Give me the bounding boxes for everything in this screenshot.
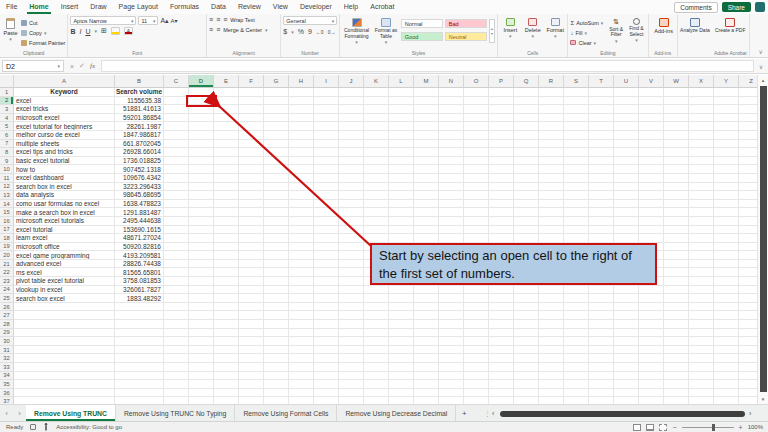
- cell-L5[interactable]: [389, 122, 414, 131]
- cell-C20[interactable]: [164, 251, 189, 260]
- cell-H21[interactable]: [289, 260, 314, 269]
- cell-X29[interactable]: [689, 329, 714, 338]
- formula-input[interactable]: [101, 60, 754, 72]
- cell-R34[interactable]: [539, 372, 564, 381]
- cell-Z24[interactable]: [739, 286, 757, 295]
- cell-B34[interactable]: [115, 372, 164, 381]
- cell-Z9[interactable]: [739, 157, 757, 166]
- cell-W19[interactable]: [664, 243, 689, 252]
- cell-N31[interactable]: [439, 346, 464, 355]
- column-header-L[interactable]: L: [389, 75, 414, 88]
- cell-N16[interactable]: [439, 217, 464, 226]
- cell-E22[interactable]: [214, 268, 239, 277]
- cell-F9[interactable]: [239, 157, 264, 166]
- cell-S30[interactable]: [564, 337, 589, 346]
- cell-C15[interactable]: [164, 208, 189, 217]
- cell-V34[interactable]: [639, 372, 664, 381]
- cell-U35[interactable]: [614, 380, 639, 389]
- cell-H13[interactable]: [289, 191, 314, 200]
- cell-T10[interactable]: [589, 165, 614, 174]
- cell-D24[interactable]: [189, 286, 214, 295]
- cell-H12[interactable]: [289, 183, 314, 192]
- cell-F14[interactable]: [239, 200, 264, 209]
- cell-A29[interactable]: [14, 329, 115, 338]
- tab-data[interactable]: Data: [205, 0, 232, 14]
- cell-I16[interactable]: [314, 217, 339, 226]
- cell-G15[interactable]: [264, 208, 289, 217]
- cell-P26[interactable]: [489, 303, 514, 312]
- cell-I11[interactable]: [314, 174, 339, 183]
- cell-D12[interactable]: [189, 183, 214, 192]
- cell-T33[interactable]: [589, 363, 614, 372]
- cell-P8[interactable]: [489, 148, 514, 157]
- cell-O17[interactable]: [464, 226, 489, 235]
- cell-Y22[interactable]: [714, 268, 739, 277]
- cell-B18[interactable]: 48671.27024: [115, 234, 164, 243]
- cell-P5[interactable]: [489, 122, 514, 131]
- cell-O25[interactable]: [464, 294, 489, 303]
- cell-T11[interactable]: [589, 174, 614, 183]
- cell-N10[interactable]: [439, 165, 464, 174]
- cell-O6[interactable]: [464, 131, 489, 140]
- cell-M6[interactable]: [414, 131, 439, 140]
- addins-button[interactable]: Add-ins: [651, 16, 677, 34]
- cell-R4[interactable]: [539, 114, 564, 123]
- cell-Q32[interactable]: [514, 354, 539, 363]
- cell-A20[interactable]: excel game programming: [14, 251, 115, 260]
- cell-C5[interactable]: [164, 122, 189, 131]
- cell-C4[interactable]: [164, 114, 189, 123]
- cell-T15[interactable]: [589, 208, 614, 217]
- cell-U26[interactable]: [614, 303, 639, 312]
- cell-P4[interactable]: [489, 114, 514, 123]
- cell-A28[interactable]: [14, 320, 115, 329]
- cell-L27[interactable]: [389, 311, 414, 320]
- underline-button[interactable]: U: [85, 28, 90, 35]
- cell-H23[interactable]: [289, 277, 314, 286]
- cell-O32[interactable]: [464, 354, 489, 363]
- cell-C18[interactable]: [164, 234, 189, 243]
- cell-E26[interactable]: [214, 303, 239, 312]
- cell-W23[interactable]: [664, 277, 689, 286]
- column-header-D[interactable]: D: [189, 75, 214, 88]
- row-header-21[interactable]: 21: [0, 260, 14, 269]
- cell-X6[interactable]: [689, 131, 714, 140]
- cell-R14[interactable]: [539, 200, 564, 209]
- cell-O29[interactable]: [464, 329, 489, 338]
- cell-N32[interactable]: [439, 354, 464, 363]
- cell-D9[interactable]: [189, 157, 214, 166]
- cell-S16[interactable]: [564, 217, 589, 226]
- cell-A34[interactable]: [14, 372, 115, 381]
- format-cells-button[interactable]: Format ▾: [545, 16, 565, 40]
- cell-T3[interactable]: [589, 105, 614, 114]
- cell-J9[interactable]: [339, 157, 364, 166]
- cell-I13[interactable]: [314, 191, 339, 200]
- row-header-1[interactable]: 1: [0, 88, 14, 97]
- hscroll-right-icon[interactable]: ›: [749, 410, 751, 417]
- cell-J2[interactable]: [339, 97, 364, 106]
- sheet-nav-right-icon[interactable]: ›: [13, 405, 26, 421]
- new-sheet-button[interactable]: +: [456, 405, 472, 421]
- cell-N7[interactable]: [439, 140, 464, 149]
- cell-D16[interactable]: [189, 217, 214, 226]
- cell-S33[interactable]: [564, 363, 589, 372]
- cell-T29[interactable]: [589, 329, 614, 338]
- cell-G31[interactable]: [264, 346, 289, 355]
- cell-S5[interactable]: [564, 122, 589, 131]
- cell-V25[interactable]: [639, 294, 664, 303]
- row-header-27[interactable]: 27: [0, 311, 14, 320]
- cell-Q28[interactable]: [514, 320, 539, 329]
- row-header-26[interactable]: 26: [0, 303, 14, 312]
- cell-P33[interactable]: [489, 363, 514, 372]
- cell-P32[interactable]: [489, 354, 514, 363]
- row-header-20[interactable]: 20: [0, 251, 14, 260]
- cell-J28[interactable]: [339, 320, 364, 329]
- cell-Q37[interactable]: [514, 397, 539, 404]
- cell-I30[interactable]: [314, 337, 339, 346]
- cell-E28[interactable]: [214, 320, 239, 329]
- cell-P10[interactable]: [489, 165, 514, 174]
- cell-V36[interactable]: [639, 389, 664, 398]
- tab-home[interactable]: Home: [23, 0, 54, 14]
- cell-X15[interactable]: [689, 208, 714, 217]
- cell-E27[interactable]: [214, 311, 239, 320]
- cell-V8[interactable]: [639, 148, 664, 157]
